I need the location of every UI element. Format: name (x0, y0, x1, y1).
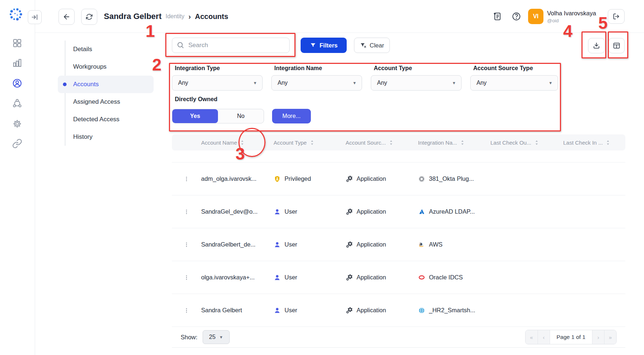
nav-item-history[interactable]: History (58, 128, 154, 146)
directly-owned-yes-button[interactable]: Yes (172, 109, 218, 123)
nav-item-assigned-access[interactable]: Assigned Access (58, 93, 154, 111)
settings-gear-icon[interactable] (12, 119, 22, 129)
column-header-integration-name[interactable]: Integration Na... (418, 140, 490, 146)
row-actions-kebab-button[interactable] (181, 271, 192, 284)
account-type-label: User (285, 307, 297, 314)
sort-icon[interactable] (535, 140, 539, 146)
directly-owned-no-button[interactable]: No (218, 109, 264, 123)
column-header-account-name[interactable]: Account Name (201, 140, 274, 146)
account-source-type-select[interactable]: Any▼ (470, 75, 558, 91)
show-label: Show: (181, 334, 197, 341)
account-type-label: Privileged (285, 175, 311, 182)
breadcrumb-section: Identity (166, 13, 185, 20)
sort-icon[interactable] (310, 140, 314, 146)
account-source-label: Application (357, 274, 386, 281)
column-header-last-check-out[interactable]: Last Check Ou... (490, 140, 563, 146)
collapse-arrow-icon (31, 13, 39, 21)
prev-page-button[interactable]: ‹ (538, 330, 550, 344)
more-filters-button[interactable]: More... (272, 109, 311, 123)
clear-filters-button[interactable]: Clear (354, 38, 390, 53)
nav-item-accounts[interactable]: Accounts (58, 76, 154, 93)
link-icon[interactable] (12, 138, 22, 149)
account-type-select[interactable]: Any▼ (371, 75, 462, 91)
nav-item-label: Details (73, 46, 92, 53)
bar-chart-icon[interactable] (12, 58, 22, 68)
filters-button-label: Filters (320, 42, 338, 49)
table-row: adm_olga.ivarovsk... Privileged Applicat… (172, 163, 625, 195)
row-actions-kebab-button[interactable] (181, 304, 192, 317)
sort-icon[interactable] (460, 140, 464, 146)
account-type-cell: User (274, 241, 346, 248)
breadcrumb-title: Sandra Gelbert (104, 12, 162, 21)
nav-item-label: Workgroups (73, 63, 106, 70)
page-size-select[interactable]: 25 ▼ (203, 330, 230, 344)
nav-item-detected-access[interactable]: Detected Access (58, 111, 154, 128)
next-page-button[interactable]: › (592, 330, 604, 344)
nav-item-label: History (73, 133, 93, 141)
account-type-cell: User (274, 307, 346, 314)
row-actions-kebab-button[interactable] (181, 173, 192, 185)
chevron-down-icon: ▼ (219, 335, 223, 339)
filter-label-integration-type: Integration Type (175, 65, 220, 72)
grid-icon[interactable] (12, 38, 22, 48)
back-button[interactable] (59, 9, 75, 25)
avatar[interactable]: VI (528, 9, 543, 24)
identity-person-icon[interactable] (12, 78, 22, 88)
account-name-cell: olga.ivarovskaya+... (201, 274, 274, 281)
logout-button[interactable] (608, 9, 625, 24)
last-page-button[interactable]: » (604, 330, 616, 344)
nav-item-details[interactable]: Details (58, 41, 154, 58)
sort-icon[interactable] (606, 140, 610, 146)
user-handle: @oid (547, 18, 559, 23)
integration-name-select[interactable]: Any▼ (271, 75, 362, 91)
row-actions-kebab-button[interactable] (181, 206, 192, 218)
chevron-right-icon: › (188, 12, 191, 21)
account-type-cell: User (274, 274, 346, 281)
column-settings-button[interactable] (609, 38, 625, 53)
first-page-button[interactable]: « (526, 330, 538, 344)
user-icon (274, 241, 281, 248)
export-download-button[interactable] (588, 38, 605, 53)
row-actions-kebab-button[interactable] (181, 238, 192, 251)
integration-type-select[interactable]: Any▼ (172, 75, 263, 91)
account-source-cell: Application (346, 208, 418, 215)
column-header-last-check-in[interactable]: Last Check In ... (563, 140, 625, 146)
sort-icon[interactable] (240, 140, 244, 146)
activity-log-icon[interactable] (493, 12, 502, 21)
icon-rail (0, 0, 35, 355)
table-columns-icon (613, 42, 621, 50)
column-header-account-source[interactable]: Account Sourc... (346, 140, 418, 146)
filters-button[interactable]: Filters (301, 38, 347, 53)
column-header-account-type[interactable]: Account Type (274, 140, 346, 146)
application-gear-icon (346, 208, 353, 215)
integration-label: _HR2_Smartsh... (429, 307, 475, 314)
top-bar: Sandra Gelbert Identity › Accounts VI Vo… (35, 0, 644, 33)
kebab-icon (184, 176, 189, 182)
table-row: olga.ivarovskaya+... User Application Or… (172, 261, 625, 294)
oracle-icon (418, 274, 425, 281)
account-source-cell: Application (346, 175, 418, 183)
table-row: Sandra Gelbert User Application _HR2_Sma… (172, 294, 625, 327)
nav-item-workgroups[interactable]: Workgroups (58, 58, 154, 76)
help-icon[interactable] (512, 12, 521, 21)
directly-owned-label: Directly Owned (175, 96, 217, 103)
integration-label: 381_Okta Plug... (429, 175, 474, 182)
page-size-value: 25 (209, 334, 216, 340)
column-label: Account Type (274, 140, 307, 146)
okta-icon (418, 175, 425, 183)
filter-label-integration-name: Integration Name (274, 65, 322, 72)
sort-icon[interactable] (389, 140, 393, 146)
account-name-cell: Sandra Gelbert (201, 307, 274, 314)
column-label: Last Check In ... (563, 140, 603, 146)
table-row: SandraGel_dev@o... User Application Azur… (172, 195, 625, 228)
search-input[interactable] (172, 38, 290, 53)
arrow-left-icon (63, 13, 71, 21)
sidebar-collapse-button[interactable] (28, 10, 42, 24)
column-label: Last Check Ou... (490, 140, 531, 146)
account-source-cell: Application (346, 307, 418, 314)
refresh-button[interactable] (81, 9, 97, 25)
nav-item-label: Assigned Access (73, 98, 120, 106)
network-icon[interactable] (12, 99, 22, 109)
chevron-down-icon: ▼ (353, 81, 357, 85)
select-value: Any (178, 80, 188, 86)
